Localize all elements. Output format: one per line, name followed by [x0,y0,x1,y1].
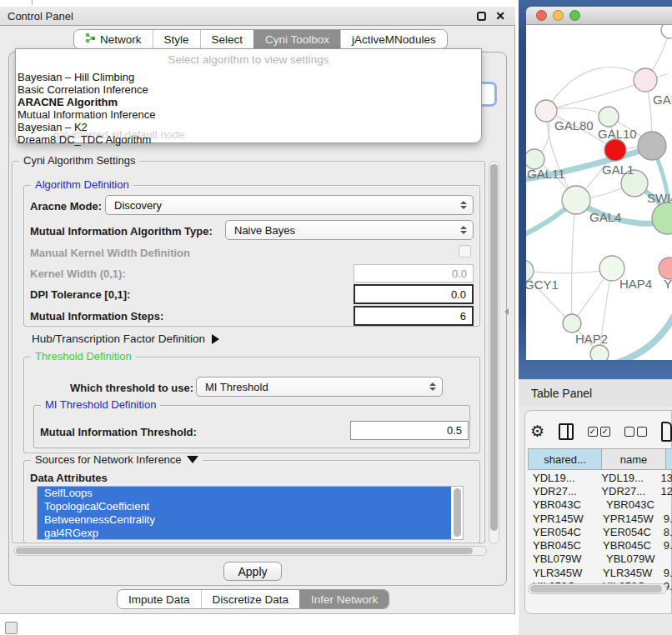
table-row[interactable]: YLR345WYLR345W9. [528,566,672,579]
table-row[interactable]: YER054CYER054C8. [528,525,672,538]
table-row[interactable]: YDR27...YDR27...12 [528,484,672,498]
tab-select[interactable]: Select [200,30,254,48]
network-graph: GALGAL80GAL10GAL1GAL11SWI4GAL4GCY1HAP4YH… [526,25,672,360]
table-cell: YPR145W [599,512,659,525]
network-node[interactable] [563,314,581,332]
table-cell: YDL19... [597,472,656,484]
network-node[interactable] [652,202,672,234]
attribute-item[interactable]: gal4RGexp [38,527,451,540]
attribute-item[interactable]: SelfLoops [38,487,451,500]
table-row[interactable]: YBR045CYBR045C9. [528,538,672,552]
settings-vertical-scrollbar[interactable] [489,161,499,544]
network-node[interactable] [604,139,626,161]
minimize-traffic-icon[interactable] [553,10,564,21]
tab-jactivemnodules[interactable]: jActiveMNodules [340,30,447,48]
tab-label: Discretize Data [213,593,289,606]
table-cell: YBL079W [602,552,665,565]
attribute-item[interactable]: BetweennessCentrality [38,513,451,527]
table-cell: YBR043C [602,498,665,511]
network-node[interactable] [661,25,672,38]
network-view-canvas[interactable]: GALGAL80GAL10GAL1GAL11SWI4GAL4GCY1HAP4YH… [526,25,672,360]
network-window-titlebar[interactable] [526,7,672,25]
unchecked-pair-icon[interactable] [624,427,647,437]
network-node[interactable] [634,68,657,92]
attributes-scrollbar[interactable] [454,488,461,537]
table-toolbar: ⚙ ✓✓ [530,419,672,444]
close-icon[interactable]: ✕ [495,10,505,22]
mi-type-combo[interactable]: Naive Bayes [225,220,474,240]
table-cell: YPR145W [528,512,599,525]
apply-button[interactable]: Apply [223,562,282,581]
table-row[interactable]: YPR145WYPR145W9. [528,512,672,525]
gear-icon[interactable]: ⚙ [530,423,544,440]
float-window-icon[interactable] [477,12,486,21]
node-label: GAL80 [554,118,594,132]
table-horizontal-scrollbar[interactable] [528,583,667,594]
kernel-width-field[interactable]: 0.0 [354,264,474,282]
spinner-arrows-icon [460,201,467,209]
table-row[interactable]: YBL079WYBL079W [528,552,672,566]
control-panel-tabbar: NetworkStyleSelectCyni ToolboxjActiveMNo… [73,29,448,49]
column-header-shared[interactable]: shared... [528,448,602,470]
settings-horizontal-scrollbar[interactable] [13,546,487,556]
network-node[interactable] [562,186,590,214]
column-view-icon[interactable] [559,423,574,440]
table-cell: YER054C [528,526,599,538]
tab-discretize-data[interactable]: Discretize Data [201,590,300,608]
which-threshold-combo[interactable]: MI Threshold [196,377,443,397]
node-label: GAL [653,92,672,107]
tab-infer-network[interactable]: Infer Network [299,590,389,608]
tab-label: Network [100,33,142,46]
algorithm-option[interactable]: Bayesian – Hill Climbing [16,71,481,83]
tab-cyni-toolbox[interactable]: Cyni Toolbox [253,30,340,48]
collapse-down-icon [187,456,198,463]
close-traffic-icon[interactable] [536,10,547,21]
network-icon [85,32,96,46]
network-node[interactable] [590,345,609,360]
mi-steps-label: Mutual Information Steps: [30,310,163,322]
table-cell: 9. [659,567,672,579]
data-attributes-label: Data Attributes [30,472,108,484]
aracne-mode-label: Aracne Mode: [30,200,102,212]
zoom-traffic-icon[interactable] [569,10,580,21]
spinner-arrows-icon [429,382,436,391]
tab-network[interactable]: Network [74,30,153,48]
table-cell: YBR043C [528,498,602,511]
mi-steps-field[interactable]: 6 [354,306,474,326]
threshold-definition-title: Threshold Definition [31,350,136,362]
node-label: Y [664,277,672,291]
splitpane-collapse-icon[interactable] [504,308,509,315]
aracne-mode-combo[interactable]: Discovery [105,195,474,215]
tab-impute-data[interactable]: Impute Data [118,590,201,608]
table-cell: YDR27... [597,485,656,498]
hub-definition-expander[interactable]: Hub/Transcription Factor Definition [32,332,219,345]
mi-threshold-field[interactable]: 0.5 [350,421,469,440]
column-header-name[interactable]: name [602,448,665,470]
table-row[interactable]: YDL19...YDL19...13 [528,471,672,484]
data-attributes-list[interactable]: SelfLoopsTopologicalCoefficientBetweenne… [37,486,464,540]
algorithm-option[interactable]: Basic Correlation Inference [16,83,481,96]
algorithm-option[interactable]: Mutual Information Inference [16,108,481,121]
mi-type-label: Mutual Information Algorithm Type: [30,225,213,238]
mi-threshold-label: Mutual Information Threshold: [40,426,197,438]
checked-pair-icon[interactable]: ✓✓ [588,427,610,437]
network-edge [546,68,645,111]
network-node[interactable] [599,107,619,127]
tab-style[interactable]: Style [153,30,200,48]
tab-label: Cyni Toolbox [265,33,329,46]
table-cell: YLR345W [528,567,599,579]
manual-kernel-checkbox[interactable] [459,245,471,258]
spinner-arrows-icon [460,226,467,234]
network-edge [526,269,609,273]
node-label: GAL1 [602,162,634,177]
network-node[interactable] [638,132,666,160]
node-label: GCY1 [526,278,559,292]
algorithm-option[interactable]: ARACNE Algorithm [16,96,481,108]
dpi-tolerance-field[interactable]: 0.0 [354,284,474,304]
column-header-third[interactable] [665,448,672,470]
document-icon[interactable] [661,422,672,442]
attribute-item[interactable]: TopologicalCoefficient [38,500,451,513]
table-row[interactable]: YBR043CYBR043C [528,498,672,512]
sources-group-title[interactable]: Sources for Network Inference [31,453,203,466]
table-cell: 12 [657,485,672,498]
